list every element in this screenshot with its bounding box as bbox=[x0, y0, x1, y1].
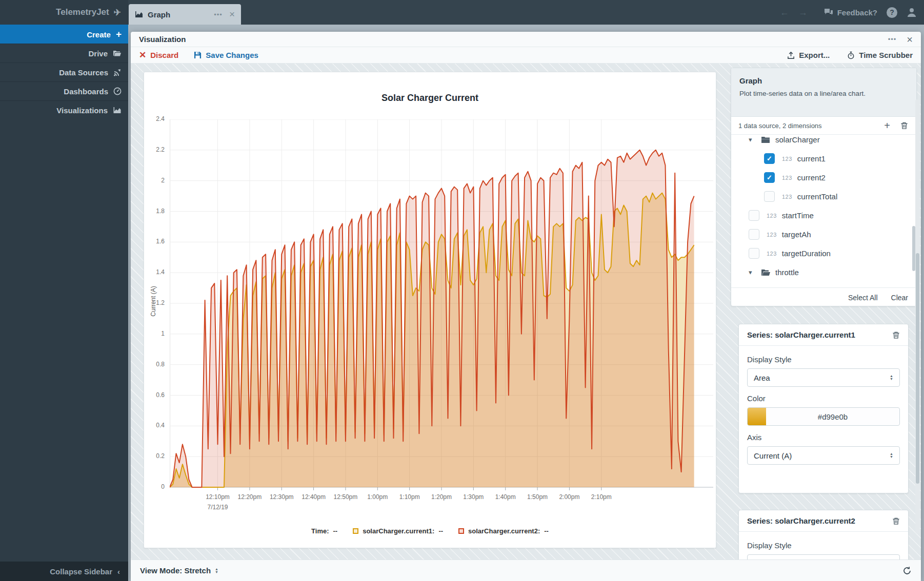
number-type-badge: 123 bbox=[782, 156, 792, 162]
tree-item-solarcharger[interactable]: ▾ solarCharger bbox=[731, 135, 916, 149]
y-tick-label: 0.8 bbox=[144, 361, 165, 368]
tree-item-current1[interactable]: ✓ 123 current1 bbox=[731, 149, 916, 168]
checkbox-unchecked-icon[interactable]: ✓ bbox=[749, 229, 759, 240]
series-card-title: Series: solarCharger.current2 bbox=[747, 516, 892, 525]
color-picker-field[interactable]: #d99e0b bbox=[747, 407, 900, 426]
forward-arrow-icon[interactable]: → bbox=[798, 7, 808, 18]
back-arrow-icon[interactable]: ← bbox=[780, 7, 789, 18]
checkbox-unchecked-icon[interactable]: ✓ bbox=[749, 248, 759, 259]
sidebar-item-create[interactable]: Create + bbox=[0, 25, 128, 44]
tree-item-label: targetDuration bbox=[782, 249, 831, 258]
time-scrubber-button[interactable]: Time Scrubber bbox=[847, 51, 913, 59]
folder-icon bbox=[761, 136, 770, 143]
axis-value: Current (A) bbox=[754, 451, 792, 460]
number-type-badge: 123 bbox=[767, 251, 777, 257]
window-close-icon[interactable]: × bbox=[907, 35, 913, 44]
tab-close-icon[interactable]: × bbox=[229, 10, 235, 18]
number-type-badge: 123 bbox=[782, 175, 792, 181]
trash-icon[interactable] bbox=[892, 517, 900, 525]
tree-item-targetah[interactable]: ✓ 123 targetAh bbox=[731, 225, 916, 244]
tree-item-starttime[interactable]: ✓ 123 startTime bbox=[731, 206, 916, 225]
add-datasource-icon[interactable]: + bbox=[884, 120, 890, 132]
sidebar-item-data-sources[interactable]: Data Sources bbox=[0, 63, 128, 81]
sidebar-item-label: Create bbox=[87, 30, 111, 39]
plot-svg[interactable] bbox=[170, 119, 713, 491]
clear-button[interactable]: Clear bbox=[891, 294, 908, 302]
x-tick-label: 2:10pm bbox=[581, 493, 622, 501]
window-menu-icon[interactable]: ••• bbox=[888, 35, 897, 43]
refresh-icon[interactable] bbox=[902, 566, 912, 575]
legend-time-label: Time: bbox=[311, 527, 329, 535]
export-label: Export... bbox=[799, 51, 830, 59]
tab-menu-icon[interactable]: ••• bbox=[214, 11, 223, 18]
y-tick-label: 0.6 bbox=[144, 391, 165, 399]
legend-item-current2: solarCharger.current2: -- bbox=[458, 527, 549, 535]
graph-config-card: Graph Plot time-series data on a line/ar… bbox=[731, 68, 917, 306]
select-all-button[interactable]: Select All bbox=[848, 294, 878, 302]
display-style-select[interactable]: Area ▲▼ bbox=[747, 368, 900, 387]
datasource-summary: 1 data source, 2 dimensions bbox=[738, 122, 884, 130]
topbar-actions: ← → Feedback? ? bbox=[780, 0, 917, 25]
tree-footer: Select All Clear bbox=[731, 287, 916, 306]
display-style-value: Area bbox=[754, 374, 770, 382]
visualization-window: Visualization ••• × ✕ Discard Save Chang… bbox=[131, 32, 921, 581]
axis-select[interactable]: Current (A) ▲▼ bbox=[747, 446, 900, 465]
export-button[interactable]: Export... bbox=[787, 51, 830, 59]
tree-item-label: throttle bbox=[775, 268, 799, 277]
color-label: Color bbox=[747, 394, 900, 403]
tree-item-targetduration[interactable]: ✓ 123 targetDuration bbox=[731, 244, 916, 263]
y-tick-label: 1.2 bbox=[144, 299, 165, 306]
panel-scrollbar-thumb[interactable] bbox=[916, 253, 919, 484]
tree-item-label: targetAh bbox=[782, 230, 811, 239]
discard-button[interactable]: ✕ Discard bbox=[139, 50, 178, 60]
sidebar-item-visualizations[interactable]: Visualizations bbox=[0, 100, 128, 119]
help-icon[interactable]: ? bbox=[887, 7, 897, 18]
chevron-down-icon[interactable]: ▾ bbox=[749, 268, 757, 276]
chevron-down-icon[interactable]: ▾ bbox=[749, 136, 757, 143]
legend-series-value: -- bbox=[438, 527, 443, 535]
checkbox-checked-icon[interactable]: ✓ bbox=[764, 153, 775, 164]
trash-icon[interactable] bbox=[900, 121, 908, 130]
legend-swatch bbox=[458, 528, 464, 534]
save-changes-button[interactable]: Save Changes bbox=[194, 51, 258, 59]
chart-title: Solar Charger Current bbox=[144, 93, 716, 103]
time-scrubber-label: Time Scrubber bbox=[859, 51, 913, 59]
app-logo: TelemetryJet ✈ bbox=[0, 0, 128, 25]
chevron-left-icon: ‹ bbox=[117, 567, 120, 576]
graph-info-header: Graph Plot time-series data on a line/ar… bbox=[731, 68, 916, 117]
chat-bubbles-icon bbox=[824, 8, 833, 16]
checkbox-unchecked-icon[interactable]: ✓ bbox=[764, 191, 775, 202]
select-caret-icon: ▲▼ bbox=[890, 375, 893, 381]
checkbox-checked-icon[interactable]: ✓ bbox=[764, 172, 775, 183]
number-type-badge: 123 bbox=[767, 213, 777, 219]
tree-item-label: solarCharger bbox=[775, 135, 820, 144]
sidebar-item-drive[interactable]: Drive bbox=[0, 44, 128, 63]
trash-icon[interactable] bbox=[892, 331, 900, 339]
series-card-header: Series: solarCharger.current1 bbox=[739, 324, 908, 346]
sidebar: TelemetryJet ✈ Create + Drive Data Sourc… bbox=[0, 0, 128, 581]
y-tick-label: 1 bbox=[144, 330, 165, 337]
app-title: TelemetryJet bbox=[56, 7, 109, 17]
tree-item-current2[interactable]: ✓ 123 current2 bbox=[731, 168, 916, 187]
user-avatar-icon[interactable] bbox=[907, 7, 917, 17]
y-tick-label: 0.2 bbox=[144, 452, 165, 460]
panel-scrollbar-track[interactable] bbox=[915, 99, 920, 534]
sidebar-item-dashboards[interactable]: Dashboards bbox=[0, 81, 128, 100]
legend-series-name: solarCharger.current1: bbox=[363, 527, 434, 535]
window-header: Visualization ••• × bbox=[131, 32, 921, 47]
export-icon bbox=[787, 51, 795, 59]
view-mode-select[interactable]: View Mode: Stretch ▲▼ bbox=[140, 566, 218, 575]
number-type-badge: 123 bbox=[782, 194, 792, 200]
collapse-sidebar-button[interactable]: Collapse Sidebar ‹ bbox=[0, 562, 128, 581]
tree-item-label: startTime bbox=[782, 211, 814, 220]
y-tick-label: 0 bbox=[144, 483, 165, 490]
feedback-button[interactable]: Feedback? bbox=[824, 8, 877, 17]
tree-item-currenttotal[interactable]: ✓ 123 currentTotal bbox=[731, 187, 916, 206]
tab-graph[interactable]: Graph ••• × bbox=[129, 4, 241, 25]
checkbox-unchecked-icon[interactable]: ✓ bbox=[749, 210, 759, 221]
plus-icon: + bbox=[116, 30, 122, 38]
tree-item-throttle[interactable]: ▾ throttle bbox=[731, 263, 916, 282]
display-style-select[interactable]: ▲▼ bbox=[747, 554, 900, 559]
area-chart-icon bbox=[113, 107, 122, 114]
y-tick-label: 1.8 bbox=[144, 208, 165, 215]
